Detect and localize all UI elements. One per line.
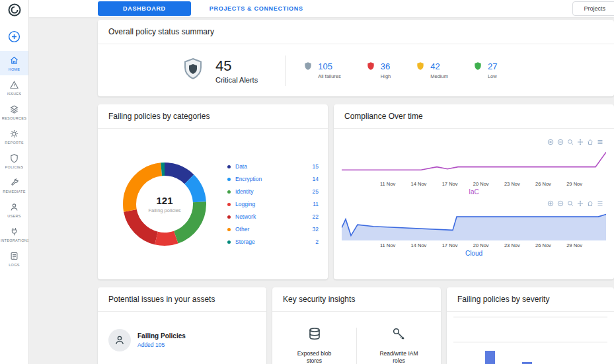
legend-item[interactable]: Other 32: [227, 223, 319, 236]
add-button[interactable]: [7, 30, 21, 46]
projects-button[interactable]: Projects: [572, 1, 614, 16]
legend-label: Network: [235, 213, 256, 220]
compliance-over-time-card: Compliance Over time 11 Nov 14 Nov: [334, 104, 614, 279]
chart-toolbar: [547, 200, 603, 207]
zoom-in-icon[interactable]: [547, 139, 554, 145]
sidebar-item-label: ISSUES: [7, 92, 22, 96]
yellow-shield-icon: [416, 61, 425, 71]
stat-value: 36: [381, 61, 391, 71]
x-tick: 23 Nov: [504, 181, 520, 187]
sidebar-item-remediate[interactable]: REMEDIATE: [0, 173, 28, 198]
sidebar-item-resources[interactable]: RESOURCES: [0, 100, 28, 124]
red-shield-icon: [366, 61, 375, 71]
shield-icon: [9, 153, 19, 163]
zoom-out-icon[interactable]: [557, 200, 564, 207]
iac-line-svg: [342, 149, 606, 179]
critical-alerts-stat: 45 Critical Alerts: [180, 56, 258, 85]
wrench-icon: [9, 178, 19, 188]
failing-policies-categories-card: Failing policies by categories 121 Faili…: [98, 104, 328, 279]
sidebar-item-label: REMEDIATE: [3, 190, 25, 194]
legend-item[interactable]: Data 15: [227, 161, 319, 173]
legend-item[interactable]: Network 22: [227, 211, 319, 223]
home-icon[interactable]: [587, 139, 594, 145]
sidebar-item-label: LOGS: [9, 263, 19, 267]
card-title: Failing policies by categories: [98, 104, 328, 129]
categories-donut-chart[interactable]: 121 Failing policies: [115, 155, 214, 254]
sidebar-item-issues[interactable]: ISSUES: [0, 75, 28, 100]
legend-item[interactable]: Storage 2: [227, 236, 319, 248]
x-tick: 26 Nov: [535, 242, 551, 248]
legend-item[interactable]: Logging 11: [227, 198, 319, 211]
gray-shield-icon: [303, 61, 313, 71]
sidebar-item-users[interactable]: USERS: [0, 198, 28, 222]
sidebar-item-logs[interactable]: LOGS: [0, 246, 28, 271]
magnifier-icon[interactable]: [567, 139, 574, 145]
pan-icon[interactable]: [577, 200, 584, 207]
sidebar: HOME ISSUES RESOURCES REPORTS POLICIES: [0, 0, 29, 364]
x-tick: 11 Nov: [380, 242, 395, 248]
sidebar-item-label: INTEGRATIONS: [1, 238, 28, 242]
x-tick: 17 Nov: [442, 181, 458, 187]
magnifier-icon[interactable]: [567, 200, 574, 207]
zoom-in-icon[interactable]: [547, 200, 554, 207]
categories-donut-svg: [115, 155, 214, 254]
stat-medium: 42 Medium: [416, 61, 448, 79]
sidebar-item-integrations[interactable]: INTEGRATIONS: [0, 222, 28, 246]
tab-projects-connections[interactable]: PROJECTS & CONNECTIONS: [210, 5, 303, 12]
alert-icon: [9, 80, 19, 90]
failing-policies-severity-card: Failing policies by severity: [447, 287, 614, 364]
x-tick: 20 Nov: [473, 242, 489, 248]
legend-label: Other: [235, 226, 249, 233]
home-icon[interactable]: [587, 200, 594, 207]
menu-icon[interactable]: [597, 200, 603, 207]
legend-value: 25: [313, 188, 319, 195]
legend-label: Storage: [235, 238, 255, 245]
stat-low: 27 Low: [473, 61, 497, 79]
x-tick: 20 Nov: [473, 181, 489, 187]
summary-body: 45 Critical Alerts 105 All failures: [98, 44, 614, 96]
overall-policy-status-card: Overall policy status summary 45 Critica…: [98, 20, 614, 96]
x-axis-ticks: 11 Nov 14 Nov 17 Nov 20 Nov 23 Nov 26 No…: [342, 179, 606, 187]
zoom-out-icon[interactable]: [557, 139, 564, 145]
sidebar-item-reports[interactable]: REPORTS: [0, 124, 28, 149]
legend-label: Identity: [235, 188, 253, 195]
x-tick: 23 Nov: [504, 242, 520, 248]
gear-icon: [9, 129, 19, 139]
potential-issues-card: Potential issues in your assets Failing …: [98, 287, 266, 364]
app-logo-icon: [7, 2, 22, 20]
insight-iam-roles[interactable]: Read/write IAM roles: [357, 326, 441, 364]
legend-dot: [227, 190, 231, 194]
issue-list-item[interactable]: Failing Policies Added 105: [98, 312, 266, 351]
layers-icon: [9, 104, 19, 114]
key-icon: [391, 326, 407, 345]
stat-high: 36 High: [366, 61, 391, 79]
legend-label: Data: [235, 163, 247, 170]
sidebar-item-home[interactable]: HOME: [0, 51, 28, 75]
insight-exposed-blob-stores[interactable]: Exposed blob stores: [272, 326, 356, 364]
document-icon: [9, 251, 19, 261]
sidebar-item-label: POLICIES: [5, 165, 24, 169]
database-icon: [307, 326, 323, 345]
legend-item[interactable]: Identity 25: [227, 186, 319, 198]
x-tick: 26 Nov: [535, 181, 551, 187]
stat-label: All failures: [318, 73, 341, 79]
pan-icon[interactable]: [577, 139, 584, 145]
iac-compliance-chart[interactable]: 11 Nov 14 Nov 17 Nov 20 Nov 23 Nov 26 No…: [342, 138, 606, 196]
tab-dashboard[interactable]: DASHBOARD: [98, 1, 191, 16]
green-shield-icon: [473, 61, 482, 71]
critical-shield-icon: [180, 56, 206, 85]
sidebar-item-policies[interactable]: POLICIES: [0, 149, 28, 173]
card-title: Key security insights: [272, 287, 441, 312]
legend-value: 22: [313, 213, 319, 220]
cloud-compliance-chart[interactable]: 11 Nov 14 Nov 17 Nov 20 Nov 23 Nov 26 No…: [342, 200, 606, 257]
issue-subtitle-link[interactable]: Added 105: [137, 342, 186, 348]
legend-item[interactable]: Encryption 14: [227, 173, 319, 186]
menu-icon[interactable]: [597, 139, 603, 145]
severity-bar-chart[interactable]: [447, 312, 614, 364]
summary-stats: 105 All failures 36 High: [303, 61, 497, 79]
sidebar-item-label: REPORTS: [5, 141, 24, 145]
legend-value: 15: [313, 163, 319, 170]
critical-alerts-label: Critical Alerts: [215, 76, 258, 84]
legend-value: 14: [313, 176, 319, 182]
legend-value: 32: [313, 226, 319, 233]
